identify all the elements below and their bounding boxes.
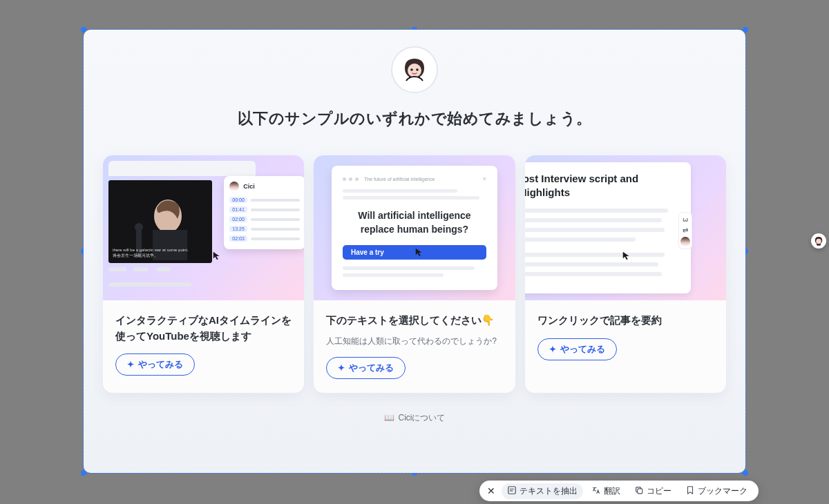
cursor-icon <box>622 251 631 260</box>
bookmark-icon <box>685 485 695 497</box>
mini-avatar <box>680 237 690 246</box>
selection-toolbar: ✕ テキストを抽出 翻訳 コピー ブックマーク <box>479 481 759 501</box>
translate-button[interactable]: 翻訳 <box>586 483 626 499</box>
cursor-icon <box>212 251 222 260</box>
card-title: インタラクティブなAIタイムラインを使ってYouTubeを視聴します <box>115 313 292 344</box>
bookmark-button[interactable]: ブックマーク <box>680 483 753 499</box>
try-button[interactable]: ✦ やってみる <box>115 353 195 376</box>
translate-tool-icon: ⇄ <box>681 226 689 234</box>
svg-point-1 <box>408 64 421 77</box>
card-art-3: -ost Interview script and Highlights ⍵ ⇄ <box>525 155 726 300</box>
translate-icon <box>591 485 601 497</box>
card-subtitle: 人工知能は人類に取って代わるのでしょうか? <box>326 336 502 347</box>
try-button[interactable]: ✦ やってみる <box>326 357 406 379</box>
copy-button[interactable]: コピー <box>629 483 677 499</box>
svg-rect-10 <box>508 486 516 494</box>
try-button[interactable]: ✦ やってみる <box>537 338 617 360</box>
about-cici-link[interactable]: 📖 Ciciについて <box>384 412 446 424</box>
svg-rect-12 <box>638 488 642 493</box>
card-youtube-timeline[interactable]: there will be a galactic war at some poi… <box>103 155 304 393</box>
card-art-2: The future of artificial intelligence × … <box>314 155 515 300</box>
card-select-text[interactable]: The future of artificial intelligence × … <box>314 155 515 393</box>
sparkle-icon: ✦ <box>549 345 556 354</box>
svg-point-3 <box>416 68 419 71</box>
copy-icon <box>634 485 644 497</box>
side-cici-avatar[interactable] <box>811 233 826 249</box>
cursor-icon <box>414 247 424 257</box>
close-button[interactable]: ✕ <box>485 483 497 498</box>
svg-point-2 <box>410 68 413 71</box>
heading: 以下のサンプルのいずれかで始めてみましょう。 <box>238 108 592 129</box>
text-tool-icon: ⍵ <box>681 215 689 223</box>
card-summarize-article[interactable]: -ost Interview script and Highlights ⍵ ⇄ <box>525 155 726 393</box>
extract-text-button[interactable]: テキストを抽出 <box>502 483 583 499</box>
card-title: ワンクリックで記事を要約 <box>537 313 714 329</box>
card-title: 下のテキストを選択してください👇 <box>326 313 502 329</box>
sparkle-icon: ✦ <box>127 360 134 369</box>
onboarding-panel: 以下のサンプルのいずれかで始めてみましょう。 <box>84 30 745 473</box>
sample-cards: there will be a galactic war at some poi… <box>103 155 726 393</box>
book-icon: 📖 <box>384 413 394 423</box>
sparkle-icon: ✦ <box>338 363 345 373</box>
card-art-1: there will be a galactic war at some poi… <box>103 155 304 300</box>
svg-point-9 <box>816 239 821 244</box>
extract-icon <box>507 485 517 497</box>
cici-avatar <box>391 46 438 93</box>
svg-point-8 <box>135 223 143 231</box>
selection-frame[interactable]: 以下のサンプルのいずれかで始めてみましょう。 <box>83 29 746 474</box>
